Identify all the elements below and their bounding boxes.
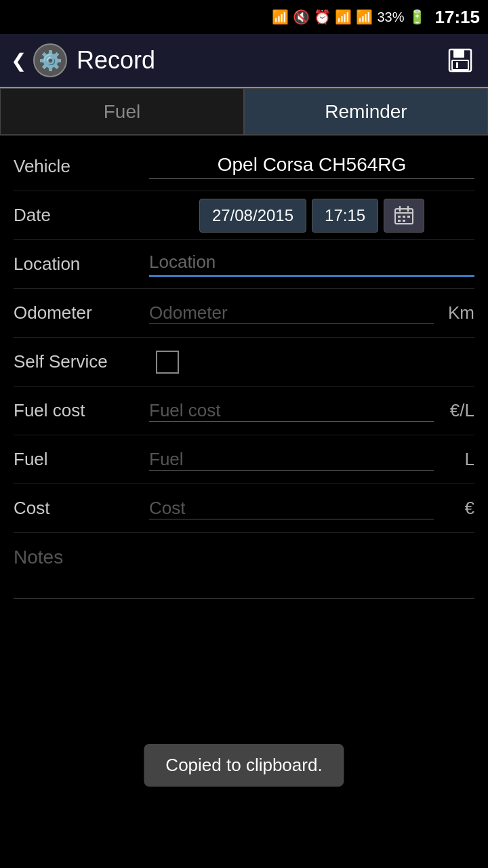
vehicle-label: Vehicle (14, 156, 149, 177)
svg-rect-8 (398, 216, 401, 218)
wifi-icon: 📶 (335, 9, 352, 25)
svg-rect-3 (456, 62, 458, 68)
alarm-icon: ⏰ (314, 9, 331, 25)
date-row: Date 27/08/2015 17:15 (14, 191, 474, 240)
odometer-row: Odometer Km (14, 289, 474, 338)
fuel-label: Fuel (14, 449, 149, 470)
cost-label: Cost (14, 498, 149, 519)
toolbar: ❮ ⚙️ Record (0, 34, 488, 88)
odometer-label: Odometer (14, 302, 149, 323)
fuel-cost-input-wrap (149, 400, 434, 422)
fuel-unit: L (434, 449, 474, 470)
fuel-cost-label: Fuel cost (14, 400, 149, 421)
odometer-input-wrap (149, 302, 434, 324)
vehicle-value: Opel Corsa CH564RG (149, 154, 474, 179)
fuel-cost-unit: €/L (434, 400, 474, 421)
notes-divider (14, 598, 474, 599)
fuel-cost-input[interactable] (149, 400, 434, 421)
cost-input-wrap (149, 498, 434, 519)
time-button[interactable]: 17:15 (312, 199, 378, 233)
tab-bar: Fuel Reminder (0, 88, 488, 136)
calendar-button[interactable] (384, 199, 424, 233)
tab-fuel[interactable]: Fuel (0, 88, 244, 135)
location-row: Location (14, 240, 474, 289)
cost-unit: € (434, 498, 474, 519)
record-form: Vehicle Opel Corsa CH564RG Date 27/08/20… (0, 136, 488, 612)
cost-row: Cost € (14, 484, 474, 533)
battery-icon: 🔋 (409, 9, 426, 25)
status-icons: 📶 🔇 ⏰ 📶 📶 33% 🔋 (272, 9, 425, 25)
date-inputs: 27/08/2015 17:15 (149, 199, 474, 233)
svg-rect-10 (407, 216, 410, 218)
location-label: Location (14, 254, 149, 275)
date-label: Date (14, 205, 149, 226)
self-service-row: Self Service (14, 338, 474, 387)
mute-icon: 🔇 (293, 9, 310, 25)
fuel-cost-row: Fuel cost €/L (14, 387, 474, 435)
svg-rect-12 (403, 220, 405, 222)
toast-message: Copied to clipboard. (144, 744, 344, 787)
save-icon (447, 47, 474, 74)
page-title: Record (77, 46, 443, 75)
compass-icon: ⚙️ (39, 50, 62, 72)
self-service-checkbox-wrap (149, 351, 474, 374)
cost-input[interactable] (149, 498, 434, 519)
self-service-checkbox[interactable] (156, 351, 179, 374)
back-button[interactable]: ❮ (11, 50, 26, 72)
fuel-input[interactable] (149, 449, 434, 470)
notes-input[interactable] (14, 547, 474, 590)
fuel-row: Fuel L (14, 435, 474, 484)
status-bar: 📶 🔇 ⏰ 📶 📶 33% 🔋 17:15 (0, 0, 488, 34)
location-input[interactable] (149, 252, 474, 273)
svg-rect-2 (452, 60, 468, 70)
self-service-label: Self Service (14, 351, 149, 372)
bluetooth-icon: 📶 (272, 9, 289, 25)
battery-percent: 33% (377, 9, 404, 25)
app-icon: ⚙️ (33, 43, 67, 77)
vehicle-row: Vehicle Opel Corsa CH564RG (14, 142, 474, 191)
signal-icon: 📶 (356, 9, 373, 25)
odometer-input[interactable] (149, 302, 434, 323)
svg-rect-1 (453, 50, 464, 58)
notes-row (14, 533, 474, 606)
location-input-wrap (149, 252, 474, 277)
status-time: 17:15 (435, 7, 481, 28)
date-button[interactable]: 27/08/2015 (199, 199, 306, 233)
fuel-input-wrap (149, 449, 434, 471)
odometer-unit: Km (434, 302, 474, 323)
svg-rect-11 (398, 220, 401, 222)
calendar-icon (394, 205, 414, 226)
tab-reminder[interactable]: Reminder (244, 88, 488, 135)
svg-rect-9 (403, 216, 405, 218)
save-button[interactable] (443, 43, 477, 77)
